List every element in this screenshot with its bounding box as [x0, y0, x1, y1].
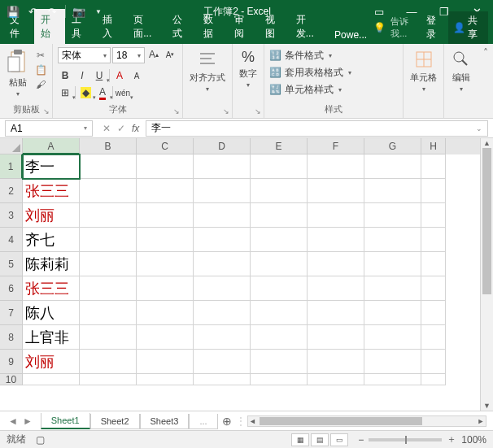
cell[interactable]: [421, 154, 446, 179]
alignment-button[interactable]: 对齐方式▾: [188, 47, 227, 94]
font-color-button[interactable]: A▾: [95, 85, 110, 100]
tab-power[interactable]: Powe...: [328, 25, 373, 44]
row-header[interactable]: 5: [0, 252, 23, 276]
col-header-g[interactable]: G: [364, 138, 421, 154]
cell[interactable]: [137, 276, 194, 301]
scroll-up-icon[interactable]: ▲: [481, 138, 493, 148]
cell[interactable]: [364, 374, 421, 385]
bold-button[interactable]: B: [58, 68, 72, 83]
cell[interactable]: [421, 350, 446, 374]
sheet-tab-more[interactable]: ...: [189, 414, 217, 429]
cell[interactable]: [80, 276, 137, 301]
cell[interactable]: [80, 350, 137, 374]
view-page-break-icon[interactable]: ▭: [330, 433, 348, 446]
cell[interactable]: [194, 325, 251, 350]
sheet-tab-3[interactable]: Sheet3: [140, 414, 190, 429]
cell[interactable]: [308, 325, 364, 350]
cell[interactable]: [80, 179, 137, 203]
row-header[interactable]: 9: [0, 350, 23, 374]
cell[interactable]: [364, 325, 421, 350]
decrease-font-icon-2[interactable]: A: [129, 68, 144, 83]
cell[interactable]: 刘丽: [23, 203, 80, 228]
cell[interactable]: [80, 325, 137, 350]
cell[interactable]: [364, 203, 421, 228]
col-header-h[interactable]: H: [421, 138, 446, 154]
scroll-down-icon[interactable]: ▼: [481, 401, 493, 411]
select-all-corner[interactable]: [0, 138, 23, 154]
expand-formula-icon[interactable]: ⌄: [476, 124, 482, 133]
cell[interactable]: [308, 203, 364, 228]
cell[interactable]: 陈莉莉: [23, 252, 80, 276]
tab-data[interactable]: 数据: [197, 9, 228, 44]
cell[interactable]: [137, 154, 194, 179]
cell[interactable]: [80, 301, 137, 325]
cell[interactable]: [23, 374, 80, 385]
phonetic-button[interactable]: wén▾: [116, 85, 130, 100]
cell[interactable]: [308, 301, 364, 325]
fill-color-button[interactable]: ◆▾: [78, 85, 93, 100]
formula-bar[interactable]: 李一⌄: [146, 120, 488, 137]
number-launcher-icon[interactable]: ↘: [255, 107, 261, 115]
cell[interactable]: 刘丽: [23, 350, 80, 374]
font-launcher-icon[interactable]: ↘: [173, 107, 180, 115]
cell[interactable]: [194, 203, 251, 228]
table-format-button[interactable]: 🔠套用表格格式▾: [269, 64, 398, 80]
tab-view[interactable]: 视图: [259, 9, 290, 44]
format-painter-icon[interactable]: 🖌: [34, 78, 47, 91]
cell[interactable]: [364, 228, 421, 252]
redo-icon[interactable]: ↷: [46, 5, 59, 18]
row-header[interactable]: 4: [0, 228, 23, 252]
font-name-combo[interactable]: 宋体▾: [58, 47, 111, 63]
tell-me-label[interactable]: 告诉我...: [390, 15, 421, 40]
col-header-b[interactable]: B: [80, 138, 137, 154]
cell[interactable]: [194, 374, 251, 385]
increase-font-icon[interactable]: A▴: [146, 47, 161, 62]
save-icon[interactable]: 💾: [7, 5, 20, 18]
cell[interactable]: [137, 252, 194, 276]
italic-button[interactable]: I: [75, 68, 89, 83]
cell[interactable]: [364, 301, 421, 325]
cell[interactable]: [251, 228, 308, 252]
cell[interactable]: [251, 252, 308, 276]
cell[interactable]: [80, 374, 137, 385]
cell[interactable]: [308, 154, 364, 179]
row-header[interactable]: 1: [0, 154, 23, 179]
sheet-tab-1[interactable]: Sheet1: [41, 413, 90, 429]
cell[interactable]: [251, 276, 308, 301]
cell[interactable]: [421, 228, 446, 252]
scroll-left-icon[interactable]: ◄: [248, 417, 258, 425]
underline-button[interactable]: U▾: [92, 68, 107, 83]
cut-icon[interactable]: ✂: [34, 49, 47, 62]
row-header[interactable]: 6: [0, 276, 23, 301]
cell[interactable]: [137, 374, 194, 385]
login-link[interactable]: 登录: [426, 14, 443, 41]
cell[interactable]: [137, 228, 194, 252]
zoom-in-icon[interactable]: ＋: [447, 433, 456, 446]
cell[interactable]: [194, 154, 251, 179]
cell[interactable]: [80, 228, 137, 252]
sheet-nav-next-icon[interactable]: ►: [23, 415, 33, 427]
zoom-out-icon[interactable]: −: [358, 434, 364, 446]
cell[interactable]: [364, 350, 421, 374]
clipboard-launcher-icon[interactable]: ↘: [43, 107, 50, 115]
tab-formulas[interactable]: 公式: [166, 9, 197, 44]
cell[interactable]: [251, 374, 308, 385]
cell[interactable]: [137, 325, 194, 350]
cell[interactable]: [251, 203, 308, 228]
cell[interactable]: [80, 203, 137, 228]
vscroll-thumb[interactable]: [482, 148, 491, 294]
cancel-formula-icon[interactable]: ✕: [103, 123, 111, 134]
cell[interactable]: [421, 374, 446, 385]
cell[interactable]: 张三三: [23, 179, 80, 203]
undo-icon[interactable]: ↶: [26, 5, 39, 18]
decrease-font-icon[interactable]: A▾: [163, 47, 177, 62]
cell[interactable]: [194, 228, 251, 252]
zoom-control[interactable]: − ＋ 100%: [358, 433, 486, 446]
share-button[interactable]: 👤共享: [448, 11, 488, 44]
cell[interactable]: [194, 301, 251, 325]
cell[interactable]: [364, 252, 421, 276]
col-header-f[interactable]: F: [308, 138, 364, 154]
number-button[interactable]: % 数字▾: [238, 47, 259, 90]
paste-button[interactable]: 粘贴 ▾: [5, 47, 31, 99]
cell[interactable]: [194, 252, 251, 276]
